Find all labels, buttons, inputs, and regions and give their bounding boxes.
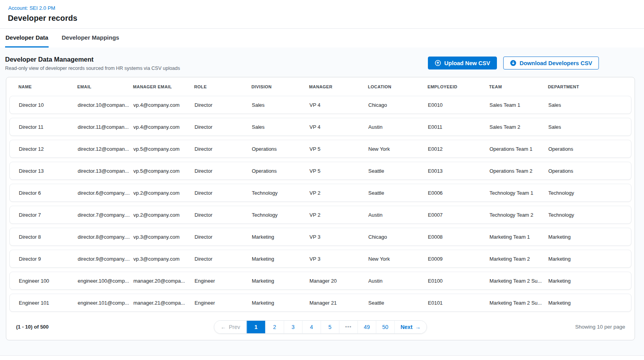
- cell-employeeid: E0008: [428, 234, 489, 240]
- page-header: Account: SEI 2.0 PM Developer records: [0, 0, 644, 29]
- cell-location: Chicago: [368, 102, 428, 108]
- table-row: Director 12director.12@compan...vp.5@com…: [9, 140, 631, 158]
- cell-manager: VP 3: [309, 234, 368, 240]
- cell-division: Marketing: [252, 256, 309, 262]
- page-button-49[interactable]: 49: [357, 321, 376, 333]
- cell-department: Sales: [548, 102, 631, 108]
- column-header-division: DIVISION: [251, 84, 309, 89]
- cell-department: Marketing: [548, 256, 631, 262]
- cell-department: Marketing: [548, 234, 631, 240]
- cell-department: Technology: [548, 190, 631, 196]
- download-icon: [510, 60, 517, 66]
- cell-location: New York: [368, 146, 428, 152]
- account-breadcrumb-link[interactable]: Account: SEI 2.0 PM: [8, 5, 55, 11]
- table-row: Director 7director.7@company....vp.2@com…: [9, 206, 631, 224]
- cell-team: Operations Team 2: [489, 168, 548, 174]
- cell-department: Operations: [548, 146, 631, 152]
- tab-bar: Developer DataDeveloper Mappings: [0, 29, 644, 48]
- cell-division: Operations: [252, 168, 309, 174]
- column-header-name: NAME: [18, 84, 77, 89]
- cell-location: New York: [368, 256, 428, 262]
- tab-developer-data[interactable]: Developer Data: [5, 29, 49, 48]
- page-button-3[interactable]: 3: [284, 321, 302, 333]
- cell-manager: VP 2: [309, 212, 368, 218]
- cell-location: Seattle: [368, 300, 428, 306]
- bottom-divider: [0, 355, 644, 360]
- table-row: Director 10director.10@compan...vp.4@com…: [9, 96, 631, 114]
- upload-icon: [435, 60, 441, 66]
- cell-role: Engineer: [195, 300, 252, 306]
- cell-role: Engineer: [195, 278, 252, 284]
- cell-manager: VP 5: [309, 146, 368, 152]
- column-header-employeeid: EMPLOYEEID: [428, 84, 489, 89]
- cell-employeeid: E0011: [428, 124, 489, 130]
- cell-employeeid: E0010: [428, 102, 489, 108]
- cell-role: Director: [195, 102, 252, 108]
- column-header-role: ROLE: [194, 84, 251, 89]
- upload-button-label: Upload New CSV: [444, 60, 490, 66]
- cell-location: Austin: [368, 278, 428, 284]
- cell-employeeid: E0009: [428, 256, 489, 262]
- cell-manager_email: vp.3@company.com: [133, 256, 195, 262]
- table-row: Director 8director.8@company....vp.3@com…: [9, 228, 631, 246]
- page-button-1[interactable]: 1: [246, 321, 265, 333]
- cell-manager_email: vp.4@company.com: [133, 124, 195, 130]
- cell-manager_email: manager.21@compa...: [133, 300, 195, 306]
- cell-team: Marketing Team 2 Su...: [489, 300, 548, 306]
- arrow-right-icon: →: [415, 324, 421, 330]
- cell-manager_email: vp.2@company.com: [133, 212, 195, 218]
- cell-email: director.7@company....: [78, 212, 133, 218]
- tab-developer-mappings[interactable]: Developer Mappings: [61, 29, 120, 48]
- table-row: Director 6director.6@company....vp.2@com…: [9, 184, 631, 202]
- page-root: Account: SEI 2.0 PM Developer records De…: [0, 0, 644, 360]
- cell-manager: VP 2: [309, 190, 368, 196]
- cell-division: Sales: [252, 124, 309, 130]
- table-row: Engineer 100engineer.100@comp...manager.…: [9, 272, 631, 290]
- cell-location: Austin: [368, 124, 428, 130]
- cell-manager_email: vp.3@company.com: [133, 234, 195, 240]
- next-page-button[interactable]: Next→: [394, 321, 426, 333]
- cell-department: Operations: [548, 168, 631, 174]
- cell-email: director.13@compan...: [78, 168, 133, 174]
- cell-name: Director 7: [19, 212, 78, 218]
- cell-department: Marketing: [548, 300, 631, 306]
- table-row: Director 13director.13@compan...vp.5@com…: [9, 162, 631, 180]
- cell-location: Austin: [368, 212, 428, 218]
- cell-division: Marketing: [252, 278, 309, 284]
- cell-name: Director 6: [19, 190, 78, 196]
- table-row: Engineer 101engineer.101@comp...manager.…: [9, 294, 631, 312]
- cell-role: Director: [195, 212, 252, 218]
- cell-employeeid: E0007: [428, 212, 489, 218]
- cell-role: Director: [195, 190, 252, 196]
- table-footer: (1 - 10) of 500 ←Prev12345•••4950Next→ S…: [6, 316, 635, 340]
- section-subtitle: Read-only view of developer records sour…: [5, 66, 180, 71]
- table-body: Director 10director.10@compan...vp.4@com…: [6, 96, 635, 312]
- developer-data-section: Developer Data Management Read-only view…: [0, 48, 644, 355]
- prev-page-button[interactable]: ←Prev: [214, 321, 246, 333]
- cell-team: Technology Team 1: [489, 190, 548, 196]
- cell-name: Director 11: [19, 124, 78, 130]
- next-label: Next: [400, 324, 412, 330]
- cell-manager: Manager 21: [309, 300, 368, 306]
- cell-name: Director 9: [19, 256, 78, 262]
- page-button-50[interactable]: 50: [376, 321, 394, 333]
- cell-email: director.11@compan...: [78, 124, 133, 130]
- cell-division: Technology: [252, 190, 309, 196]
- cell-manager: VP 4: [309, 124, 368, 130]
- table-row: Director 11director.11@compan...vp.4@com…: [9, 118, 631, 136]
- cell-role: Director: [195, 234, 252, 240]
- page-button-4[interactable]: 4: [302, 321, 320, 333]
- cell-division: Technology: [252, 212, 309, 218]
- cell-email: director.6@company....: [78, 190, 133, 196]
- download-developers-csv-button[interactable]: Download Developers CSV: [503, 57, 599, 69]
- page-button-2[interactable]: 2: [265, 321, 284, 333]
- cell-employeeid: E0100: [428, 278, 489, 284]
- column-header-team: TEAM: [489, 84, 548, 89]
- cell-name: Director 8: [19, 234, 78, 240]
- arrow-left-icon: ←: [220, 324, 226, 330]
- upload-new-csv-button[interactable]: Upload New CSV: [428, 57, 497, 69]
- column-header-manager: MANAGER: [309, 84, 368, 89]
- section-header: Developer Data Management Read-only view…: [0, 48, 644, 77]
- page-button-5[interactable]: 5: [320, 321, 339, 333]
- cell-manager: Manager 20: [309, 278, 368, 284]
